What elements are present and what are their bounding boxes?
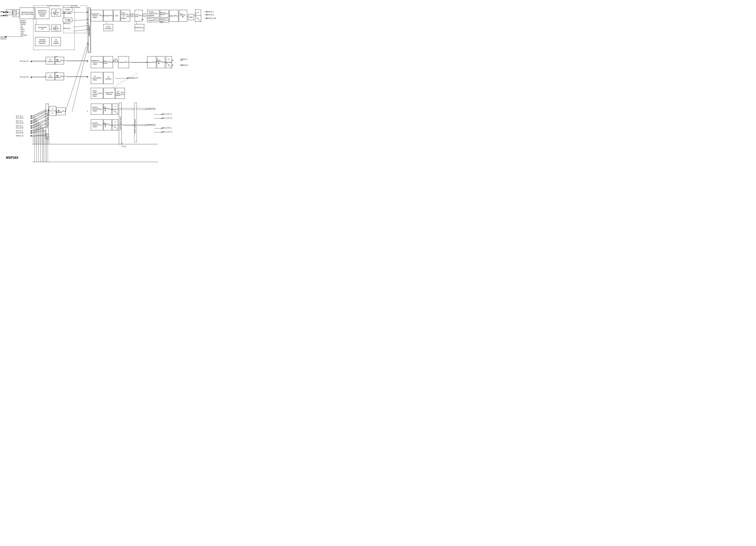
svg-point-142 [172, 60, 173, 61]
dacm-r-dot [206, 14, 207, 15]
scart1-da-block: D A [112, 104, 118, 115]
sc3-in-l-dot [31, 125, 32, 127]
sc3-in-r-label: SC3_IN_R [16, 127, 23, 129]
scart-dsp-label: SCART DSP Input Select [47, 113, 48, 128]
level-adjust-block: LevelAdjust(2Chex) [160, 18, 169, 23]
adr-bus-dot [5, 36, 6, 37]
chip-name: MSP34X [6, 156, 18, 160]
i2s-da-in1-label: I2S_DA_IN1 [20, 60, 28, 62]
diagram-container: Source Select [0, 0, 237, 178]
volume-scart1-block: Volume▶(07hex) [103, 104, 112, 115]
balance-spk-block: Balance(01hex) [169, 10, 178, 22]
daca-l-dot [181, 59, 182, 60]
scart-ad-block: A D [49, 106, 56, 116]
balance-hp-block: Balance(30hex) [147, 56, 156, 68]
sc1-out-l-dot [162, 114, 163, 115]
svg-line-129 [32, 127, 46, 131]
src2-label: 2 [87, 110, 88, 112]
deemphasis1-block: Deemphasis:50/75 µs, J17DBX/MNRPanda1 [35, 8, 49, 19]
dacm-da-block: D A [195, 9, 201, 22]
daca-d: D [166, 56, 172, 62]
mono-in-dot [31, 135, 32, 136]
i2s-if-out-block: I²SInterface [103, 72, 113, 84]
svg-line-74 [72, 43, 88, 112]
spatial-effects-block: SpatialEffects(05hex) [160, 10, 169, 17]
scart1-d: D [112, 104, 118, 109]
i2s-if1-block: I²SInterface [46, 57, 55, 64]
svg-rect-81 [134, 103, 137, 142]
bass-treble-hp-block: Bass/Treble(31/32hex) [103, 56, 113, 68]
daca-r-dot [181, 65, 182, 66]
src6-label: 6 [87, 77, 88, 78]
scart2-da-block: D A [112, 119, 118, 130]
avc-block: AVC [113, 10, 120, 21]
svg-line-130 [32, 130, 46, 133]
sc1-in-l-label: SC1_IN_L [16, 115, 23, 117]
sc4-in-l-label: SC4_IN_L [16, 130, 23, 132]
demodulator-label: DEMODULATOR(incl. Carrier Mute) [21, 11, 33, 15]
dacm-a: A [195, 16, 201, 22]
volume-hp-block: Volume▶(06hex) [157, 56, 165, 68]
svg-line-134 [66, 42, 88, 111]
svg-line-125 [32, 114, 46, 121]
svg-line-123 [32, 110, 46, 116]
prescale-i2s1-block: ▶Prescale(16hex) [55, 57, 64, 64]
scart-a: A [49, 106, 56, 111]
sc2-in-l-dot [31, 120, 32, 122]
scart2-lr-label: SCART2_L/R [146, 124, 156, 126]
daca-da-block: D A [166, 56, 172, 68]
daca-a: A [166, 62, 172, 68]
beeper-block: Beeper(14hex) [135, 24, 144, 31]
i2s-da-in1-dot [31, 61, 32, 62]
qp-matrix-block: Quasi-PeakChannelMatrix(0Chex) [91, 88, 103, 99]
sc4-in-r-label: SC4_IN_R [16, 132, 23, 134]
standard-selection-label: Standard Selection [46, 5, 61, 7]
svg-line-124 [32, 111, 46, 118]
mono-in-label: MONO_IN [16, 135, 23, 137]
svg-line-128 [32, 123, 46, 128]
bass-treble-eq-block: Bass/TrebleorEqualize(02hex)(03hex) [121, 10, 130, 21]
comp-highpass-block: Comple-mentaryHighpass(2Dhex) [147, 10, 159, 17]
sc3-in-r-dot [31, 127, 32, 129]
ana-in2-dot [3, 15, 4, 16]
adder-plus: + [143, 13, 147, 17]
i2c-read2-block: I²CReadRegister(19hex)(1Ahex) [115, 88, 125, 99]
decoded-standards: DecodedStandards:– NICAM– A2– AM– BTSC– … [20, 20, 27, 36]
stereo-ab-label: Stereo or A/B [63, 12, 71, 14]
dacm-r-label: DACM_R [207, 14, 214, 16]
sc2-in-r-dot [31, 122, 32, 124]
i2s-da-in2-dot [31, 77, 32, 78]
hp-matrix-block: HeadphoneChannelMatrix(09hex) [91, 56, 103, 68]
dacm-l-dot [206, 11, 207, 12]
switch-a-inner: A [13, 10, 19, 13]
svg-text:): ) [125, 145, 126, 147]
src5-label: 5 [87, 61, 88, 63]
sc2-out-l-label: SC2_OUT_L [163, 127, 172, 129]
sc2-in-l-label: SC2_IN_L [16, 120, 23, 122]
svg-line-126 [32, 117, 46, 123]
dacm-sub-label: DACM_SUB [207, 17, 216, 19]
sc1-out-r-label: SC1_OUT_R [163, 117, 172, 119]
mdb-block: MDB [188, 14, 194, 20]
prescale-i2s2-block: ▶Prescale(12hex) [55, 73, 64, 80]
i2s-if2-block: I²SInterface [46, 73, 55, 80]
svg-text:hex: hex [124, 146, 126, 147]
noise-gen-block: NoiseGenerator [103, 24, 113, 31]
scart-output-label: SCART Output Select [120, 117, 121, 130]
volume-spk-block: Volume▶ [179, 10, 187, 22]
scart-d: D [49, 111, 56, 116]
adder-hp: Σ [114, 59, 117, 62]
sc2-out-r-dot [162, 132, 163, 133]
ana-in1-dot [3, 12, 4, 13]
i2c-read1-block: I²CReadRegister [51, 37, 61, 46]
demodulator-block: DEMODULATOR(incl. Carrier Mute) [20, 8, 35, 19]
switch-d-inner: D [13, 13, 19, 17]
stereo-b-label: Stereo or B [63, 28, 70, 29]
scart1-lr-label: SCART1_L/R [146, 108, 156, 110]
lowpass-block: Lowpass(2Dhex) [147, 18, 159, 22]
std-sound-block: Standardand SoundDetection [35, 37, 49, 46]
prescale2-block: ▶ Prescale (10hex) [51, 25, 61, 32]
i2s-da-out-dot [127, 78, 128, 79]
hex-13-scart: (13hex) [45, 138, 49, 140]
sc2-out-r-label: SC2_OUT_R [163, 131, 172, 133]
